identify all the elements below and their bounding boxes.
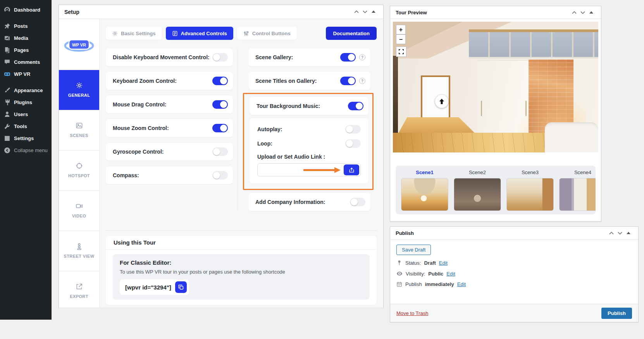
calendar-icon — [396, 281, 402, 287]
scene-item-2[interactable]: Scene2 — [454, 170, 501, 211]
scene-item-3[interactable]: Scene3 — [506, 170, 554, 211]
move-down-icon[interactable] — [361, 8, 369, 16]
schedule-value: immediately — [425, 281, 454, 287]
toggle-loop[interactable] — [345, 139, 361, 148]
scene-list: Scene1 Scene2 Scene3 Scene4 — [401, 170, 590, 211]
move-down-icon[interactable] — [616, 229, 624, 237]
sidebar-item-label: Plugins — [14, 99, 32, 105]
scene-thumbnail[interactable] — [401, 178, 448, 211]
visibility-row: Visibility: Public Edit — [396, 271, 632, 277]
sliders-icon — [243, 31, 249, 36]
using-this-tour-section: Using this Tour For Classic Editor: To u… — [106, 236, 377, 305]
sidebar-item-plugins[interactable]: Plugins — [0, 96, 52, 108]
toggle-company-information[interactable] — [350, 198, 365, 206]
scene-gallery-strip: Scene1 Scene2 Scene3 Scene4 — [396, 166, 596, 214]
status-row: Status: Draft Edit — [396, 260, 632, 266]
sidebar-item-dashboard[interactable]: Dashboard — [0, 4, 52, 16]
control-row-scene-gallery: Scene Gallery: ? — [248, 48, 370, 66]
sidebar-item-settings[interactable]: Settings — [0, 132, 52, 144]
sidebar-item-comments[interactable]: Comments — [0, 56, 52, 68]
help-icon[interactable]: ? — [359, 78, 365, 84]
page: Dashboard Posts Media Pages Comments WP … — [0, 0, 644, 339]
toggle-mouse-zoom[interactable] — [212, 124, 228, 132]
sidebar-item-wpvr[interactable]: WP VR — [0, 68, 52, 80]
panorama-viewer[interactable]: + − — [393, 22, 598, 152]
viewer-controls: + − — [396, 25, 406, 57]
move-down-icon[interactable] — [579, 8, 587, 17]
tab-label: Basic Settings — [121, 31, 156, 36]
toggle-gyroscope[interactable] — [212, 147, 228, 156]
tab-label: VIDEO — [72, 213, 86, 219]
scene-label: Scene3 — [506, 170, 554, 175]
control-row-company-info: Add Company Information: — [248, 193, 370, 211]
sidebar-item-media[interactable]: Media — [0, 32, 52, 44]
setup-side-nav: WP VR GENERAL SCENES HOTSPOT VIDE — [59, 19, 100, 308]
toggle-disable-keyboard-movement[interactable] — [212, 53, 228, 62]
toggle-tour-background-music[interactable] — [348, 102, 363, 110]
status-label: Status: — [405, 260, 421, 266]
sidebar-item-appearance[interactable]: Appearance — [0, 84, 52, 96]
sidebar-item-users[interactable]: Users — [0, 108, 52, 120]
scene-item-1[interactable]: Scene1 — [401, 170, 448, 211]
gear-icon — [76, 82, 83, 89]
move-up-icon[interactable] — [570, 8, 579, 17]
fullscreen-button[interactable] — [396, 46, 406, 57]
help-icon[interactable]: ? — [359, 54, 365, 60]
tab-control-buttons[interactable]: Control Buttons — [237, 27, 297, 40]
using-tour-title: Using this Tour — [106, 236, 377, 250]
control-label: Tour Background Music: — [257, 103, 348, 109]
sidebar-collapse-menu[interactable]: Collapse menu — [0, 144, 52, 156]
hotspot-marker[interactable] — [435, 95, 448, 108]
video-camera-icon — [76, 202, 83, 210]
move-to-trash-link[interactable]: Move to Trash — [396, 310, 428, 316]
control-label: Disable Keyboard Movement Control: — [113, 54, 212, 60]
scene-thumbnail[interactable] — [454, 178, 501, 211]
toggle-scene-gallery[interactable] — [340, 53, 356, 62]
scene-item-4[interactable]: Scene4 — [559, 170, 596, 211]
edit-schedule-link[interactable]: Edit — [457, 281, 466, 287]
sidebar-item-label: Media — [14, 35, 28, 41]
edit-visibility-link[interactable]: Edit — [446, 271, 455, 277]
tab-export[interactable]: EXPORT — [59, 271, 99, 312]
control-row-compass: Compass: — [106, 166, 233, 184]
collapse-toggle-icon[interactable] — [369, 8, 378, 16]
tab-basic-settings[interactable]: Basic Settings — [106, 27, 162, 40]
toggle-scene-titles[interactable] — [340, 77, 356, 85]
list-icon — [172, 31, 178, 36]
scene-label: Scene4 — [559, 170, 596, 175]
zoom-out-button[interactable]: − — [396, 34, 406, 44]
control-row-disable-keyboard: Disable Keyboard Movement Control: — [106, 48, 233, 66]
move-up-icon[interactable] — [607, 229, 616, 237]
toggle-mouse-drag[interactable] — [212, 100, 228, 109]
sidebar-item-pages[interactable]: Pages — [0, 44, 52, 56]
media-icon — [4, 35, 10, 41]
tab-street-view[interactable]: STREET VIEW — [59, 231, 99, 271]
collapse-toggle-icon[interactable] — [624, 229, 633, 237]
toggle-autoplay[interactable] — [345, 125, 361, 134]
tab-video[interactable]: VIDEO — [59, 191, 99, 231]
upload-icon — [349, 167, 355, 173]
crosshair-icon — [76, 162, 83, 170]
scene-thumbnail[interactable] — [559, 178, 596, 211]
tab-hotspot[interactable]: HOTSPOT — [59, 151, 99, 191]
documentation-button[interactable]: Documentation — [326, 27, 377, 40]
upload-audio-button[interactable] — [344, 164, 359, 175]
tab-advanced-controls[interactable]: Advanced Controls — [166, 27, 233, 40]
save-draft-button[interactable]: Save Draft — [396, 245, 431, 255]
tab-scenes[interactable]: SCENES — [59, 110, 99, 151]
sidebar-item-posts[interactable]: Posts — [0, 20, 52, 32]
tab-general[interactable]: GENERAL — [59, 70, 99, 110]
zoom-in-button[interactable]: + — [396, 25, 406, 34]
copy-shortcode-button[interactable] — [175, 281, 187, 293]
sidebar-item-tools[interactable]: Tools — [0, 120, 52, 132]
collapse-toggle-icon[interactable] — [587, 8, 596, 17]
move-up-icon[interactable] — [352, 8, 361, 16]
setup-panel: Setup WP VR GENERAL — [59, 5, 384, 308]
toggle-compass[interactable] — [212, 171, 228, 180]
toggle-keyboard-zoom[interactable] — [212, 77, 228, 85]
using-tour-body: For Classic Editor: To use this WP VR to… — [106, 250, 377, 305]
edit-status-link[interactable]: Edit — [439, 260, 448, 266]
scene-thumbnail[interactable] — [506, 178, 554, 211]
plug-icon — [4, 99, 10, 106]
publish-button[interactable]: Publish — [601, 308, 632, 319]
